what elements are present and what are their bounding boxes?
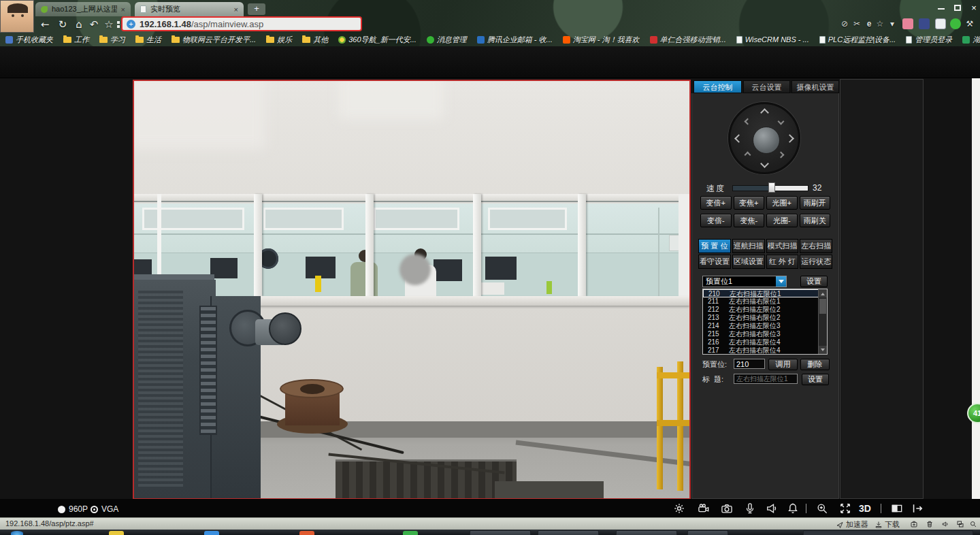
tab-close-icon[interactable]: ×: [121, 5, 125, 14]
zoom-minus-button[interactable]: 变倍-: [700, 214, 732, 227]
iris-plus-button[interactable]: 光圈+: [766, 196, 798, 210]
ptz-direction-pad[interactable]: [728, 102, 800, 174]
arrow-left-icon[interactable]: [734, 134, 743, 143]
tab-ir-light[interactable]: 红 外 灯: [766, 255, 799, 269]
bookmark-360nav[interactable]: 360导航_新一代安...: [338, 35, 416, 45]
taskbar-icon[interactable]: [109, 531, 124, 535]
bookmark-plc[interactable]: PLC远程监控|设备...: [819, 35, 896, 45]
refresh-icon[interactable]: ↻: [56, 18, 69, 31]
tab-running-status[interactable]: 运行状态: [800, 255, 832, 269]
bookmark-tencent-mail[interactable]: 腾讯企业邮箱 - 收...: [477, 35, 553, 45]
preset-list-item[interactable]: 212左右扫描左限位2: [703, 306, 827, 314]
tab-area-settings[interactable]: 区域设置: [732, 255, 765, 269]
preset-list-item[interactable]: 210左右扫描左限位1: [703, 289, 827, 297]
taskbar-icon[interactable]: [204, 531, 219, 535]
scroll-down-icon[interactable]: [819, 346, 827, 354]
taskbar-icon[interactable]: [299, 531, 314, 535]
tab-pattern-scan[interactable]: 模式扫描: [766, 239, 799, 253]
scroll-up-icon[interactable]: [819, 289, 827, 297]
theme-skin-icon[interactable]: [915, 3, 930, 14]
iris-minus-button[interactable]: 光圈-: [766, 214, 798, 227]
favorites-icon[interactable]: ☆: [874, 18, 886, 29]
tab-camera-settings[interactable]: 摄像机设置: [791, 80, 839, 93]
collapse-arrow-icon[interactable]: [911, 502, 926, 515]
arrow-up-icon[interactable]: [760, 108, 769, 117]
bookmark-mobile[interactable]: 手机收藏夹: [5, 35, 53, 45]
arrow-up-right-icon[interactable]: [778, 118, 785, 125]
title-input[interactable]: [734, 374, 798, 384]
bookmark-other[interactable]: 其他: [302, 35, 328, 45]
url-text[interactable]: 192.168.1.48/asp/mainview.asp: [140, 19, 263, 29]
dropdown-icon[interactable]: ▾: [886, 18, 898, 29]
snapshot-icon[interactable]: ✂: [851, 18, 863, 29]
taskbar-window-button[interactable]: [470, 530, 531, 535]
bookmark-work[interactable]: 工作: [63, 35, 89, 45]
maximize-button[interactable]: [950, 3, 965, 14]
speaker-icon[interactable]: [765, 502, 780, 515]
download-button[interactable]: 下载: [875, 519, 900, 530]
wiper-on-button[interactable]: 雨刷开: [800, 196, 831, 210]
arrow-down-left-icon[interactable]: [745, 152, 751, 159]
tab-presets[interactable]: 预 置 位: [698, 239, 731, 253]
zoom-search-icon[interactable]: [969, 520, 980, 528]
windows-icon[interactable]: [956, 520, 967, 528]
tab-guard-settings[interactable]: 看守设置: [698, 255, 731, 269]
apps-grid-icon[interactable]: [117, 21, 120, 24]
messenger-icon[interactable]: [950, 18, 961, 29]
site-plus-icon[interactable]: +: [127, 20, 135, 29]
3d-mode-button[interactable]: 3D: [859, 503, 871, 514]
preset-list-item[interactable]: 216左右扫描左限位4: [703, 338, 827, 346]
delete-preset-button[interactable]: 删除: [800, 359, 830, 370]
back-icon[interactable]: ←: [38, 18, 52, 31]
medkit-icon[interactable]: [910, 520, 921, 528]
ptz-center-ball[interactable]: [753, 127, 780, 154]
close-window-button[interactable]: ×: [966, 3, 980, 14]
record-camera-icon[interactable]: [697, 502, 712, 515]
tab-pan-scan[interactable]: 左右扫描: [800, 239, 832, 253]
wiper-off-button[interactable]: 雨刷关: [800, 214, 831, 227]
preset-select[interactable]: 预置位1: [702, 276, 787, 287]
arrow-right-icon[interactable]: [785, 134, 794, 143]
app-mosaic-icon[interactable]: [919, 18, 930, 29]
bookmark-messages[interactable]: 消息管理: [427, 35, 467, 45]
browser-avatar[interactable]: [0, 0, 34, 33]
home-icon[interactable]: ⌂: [72, 18, 86, 31]
new-tab-button[interactable]: +: [248, 3, 265, 15]
tab-cruise-scan[interactable]: 巡航扫描: [732, 239, 765, 253]
arrow-up-left-icon[interactable]: [745, 118, 751, 125]
bookmark-fun[interactable]: 娱乐: [266, 35, 292, 45]
settings-gear-icon[interactable]: [672, 502, 687, 515]
tab-ptz-control[interactable]: 云台控制: [693, 80, 742, 93]
taskbar-icon[interactable]: [403, 531, 418, 535]
volume-icon[interactable]: [941, 520, 952, 528]
mail-icon[interactable]: [935, 18, 946, 29]
favorite-star-icon[interactable]: ☆: [102, 18, 116, 31]
preset-list-item[interactable]: 213左右扫描右限位2: [703, 314, 827, 322]
preset-list-item[interactable]: 217左右扫描右限位4: [703, 346, 827, 355]
resolution-960p-radio[interactable]: 960P: [58, 504, 88, 514]
panel-toggle-icon[interactable]: [890, 502, 905, 515]
adblock-icon[interactable]: ⊘: [838, 18, 851, 29]
speed-slider-handle[interactable]: [768, 182, 775, 193]
microphone-icon[interactable]: [743, 502, 758, 515]
tab-hao123[interactable]: hao123_上网从这里开始 ×: [35, 2, 131, 16]
tab-ptz-settings[interactable]: 云台设置: [743, 80, 790, 93]
preset-list-item[interactable]: 211左右扫描右限位1: [703, 297, 827, 306]
bookmark-admin-login[interactable]: 管理员登录: [906, 35, 952, 45]
preset-set-button[interactable]: 设置: [800, 276, 828, 287]
bookmark-huachen[interactable]: 湖南华辰智通科技...: [962, 35, 980, 45]
address-bar[interactable]: + 192.168.1.48/asp/mainview.asp: [121, 16, 362, 31]
taskbar-window-button[interactable]: [538, 530, 599, 535]
bookmark-life[interactable]: 生活: [135, 35, 161, 45]
zoom-in-icon[interactable]: [815, 502, 830, 515]
tab-close-icon[interactable]: ×: [234, 5, 238, 14]
windows-taskbar[interactable]: [0, 530, 980, 535]
bookmark-taobao[interactable]: 淘宝网 - 淘！我喜欢: [563, 35, 640, 45]
resolution-vga-radio[interactable]: VGA: [91, 504, 118, 514]
bookmark-wisecrm[interactable]: WiseCRM NBS - ...: [736, 35, 809, 44]
app-pink-icon[interactable]: [902, 18, 913, 29]
fullscreen-icon[interactable]: [838, 502, 853, 515]
scroll-thumb[interactable]: [819, 299, 826, 314]
accelerator-button[interactable]: 加速器: [836, 519, 868, 530]
tab-live-preview[interactable]: 实时预览 ×: [135, 2, 244, 16]
